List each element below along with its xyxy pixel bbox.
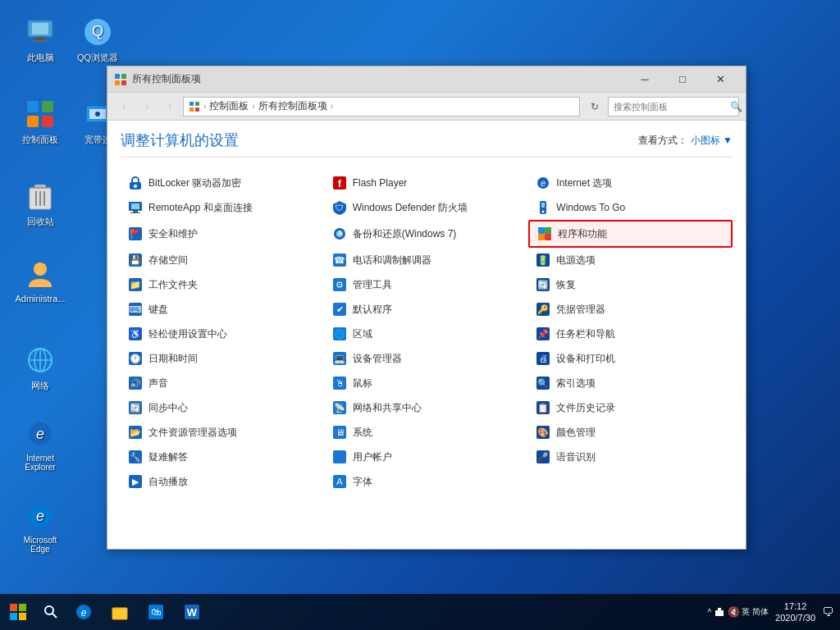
- breadcrumb-all: 所有控制面板项: [258, 99, 327, 113]
- item-label: 用户帐户: [353, 450, 392, 464]
- item-icon: f: [331, 175, 348, 191]
- desktop-icon-administrator[interactable]: Administra...: [11, 254, 69, 307]
- maximize-button[interactable]: □: [664, 66, 701, 93]
- desktop-icon-edge[interactable]: e MicrosoftEdge: [11, 496, 69, 557]
- content-header: 调整计算机的设置 查看方式： 小图标 ▼: [121, 130, 733, 158]
- control-item[interactable]: ☎电话和调制解调器: [325, 248, 529, 272]
- item-label: 语音识别: [556, 450, 596, 464]
- control-item[interactable]: 🚩安全和维护: [121, 220, 325, 248]
- control-item[interactable]: 🔍索引选项: [528, 371, 733, 395]
- control-item[interactable]: Windows To Go: [528, 195, 733, 220]
- item-label: 同步中心: [148, 401, 188, 415]
- tray-lang[interactable]: 英 简体: [742, 606, 769, 618]
- control-item[interactable]: 🕐日期和时间: [121, 346, 325, 371]
- tray-chevron[interactable]: ^: [708, 608, 712, 617]
- control-item[interactable]: 🔋电源选项: [528, 248, 733, 272]
- control-item[interactable]: 📁工作文件夹: [121, 272, 325, 297]
- svg-text:📂: 📂: [130, 427, 141, 438]
- close-button[interactable]: ✕: [701, 66, 739, 93]
- control-item[interactable]: 🛡Windows Defender 防火墙: [325, 195, 529, 220]
- item-icon: 🔑: [535, 301, 551, 317]
- svg-rect-7: [42, 101, 53, 112]
- item-label: Windows Defender 防火墙: [353, 201, 468, 215]
- control-item[interactable]: fFlash Player: [325, 171, 529, 195]
- control-item[interactable]: 🌐区域: [325, 322, 529, 346]
- control-item[interactable]: 🎤语音识别: [528, 445, 733, 469]
- control-item[interactable]: 🖥系统: [325, 420, 529, 445]
- address-bar[interactable]: › 控制面板 › 所有控制面板项 ›: [183, 97, 580, 116]
- search-icon: 🔍: [730, 101, 742, 112]
- control-item[interactable]: BitLocker 驱动器加密: [121, 171, 325, 195]
- desktop-icon-qq-browser[interactable]: Q QQ浏览器: [69, 12, 126, 67]
- control-item[interactable]: ▶自动播放: [121, 469, 325, 494]
- control-item[interactable]: 📌任务栏和导航: [528, 322, 733, 346]
- item-icon: [536, 226, 553, 242]
- desktop-icon-ie[interactable]: e InternetExplorer: [11, 414, 69, 475]
- window-title-text: 所有控制面板项: [132, 72, 626, 86]
- taskbar-clock[interactable]: 17:12 2020/7/30: [775, 600, 815, 624]
- desktop-icon-recycle-bin[interactable]: 回收站: [11, 176, 69, 231]
- control-item[interactable]: ⚙管理工具: [325, 272, 529, 297]
- control-item[interactable]: 🎨颜色管理: [528, 420, 733, 445]
- tray-volume[interactable]: 🔇: [728, 606, 740, 618]
- minimize-button[interactable]: ─: [626, 66, 664, 93]
- forward-button[interactable]: ›: [137, 97, 157, 116]
- svg-point-37: [134, 185, 137, 188]
- item-label: 索引选项: [556, 377, 596, 390]
- desktop-icon-control-panel[interactable]: 控制面板: [11, 94, 69, 149]
- control-item[interactable]: 程序和功能: [528, 220, 733, 248]
- nav-bar: ‹ › ↑ › 控制面板 › 所有控制面板项 › ↻ 🔍: [107, 93, 746, 121]
- svg-text:💾: 💾: [130, 254, 141, 266]
- item-icon: ♿: [127, 326, 144, 342]
- control-item[interactable]: RemoteApp 和桌面连接: [121, 195, 325, 220]
- system-tray: ^ 🔇 英 简体: [708, 605, 769, 619]
- control-item[interactable]: 🔄恢复: [528, 272, 733, 297]
- control-item[interactable]: 🖨设备和打印机: [528, 346, 733, 371]
- up-button[interactable]: ↑: [160, 97, 180, 116]
- svg-text:Q: Q: [92, 23, 103, 39]
- svg-rect-33: [195, 102, 199, 106]
- control-item[interactable]: 📡网络和共享中心: [325, 395, 529, 420]
- empty-cell: [528, 469, 733, 494]
- item-label: Internet 选项: [556, 176, 612, 190]
- control-item[interactable]: A字体: [325, 469, 529, 494]
- search-input[interactable]: [614, 102, 727, 112]
- item-label: 疑难解答: [148, 450, 188, 464]
- svg-line-121: [52, 614, 57, 618]
- control-item[interactable]: 备份和还原(Windows 7): [325, 220, 529, 248]
- tray-network[interactable]: [713, 605, 726, 619]
- control-item[interactable]: 🖱鼠标: [325, 371, 529, 395]
- svg-rect-54: [538, 227, 545, 234]
- control-item[interactable]: eInternet 选项: [528, 171, 733, 195]
- start-button[interactable]: [0, 594, 36, 630]
- svg-rect-119: [19, 613, 26, 620]
- control-item[interactable]: 🔑凭据管理器: [528, 297, 733, 322]
- control-item[interactable]: 💻设备管理器: [325, 346, 529, 371]
- control-item[interactable]: 👤用户帐户: [325, 445, 529, 469]
- taskbar-store[interactable]: 🛍: [138, 594, 174, 630]
- item-label: 系统: [353, 426, 372, 440]
- desktop-icon-this-pc[interactable]: 此电脑: [11, 12, 69, 67]
- control-item[interactable]: 🔧疑难解答: [121, 445, 325, 469]
- back-button[interactable]: ‹: [114, 97, 134, 116]
- view-selector[interactable]: 查看方式： 小图标 ▼: [638, 134, 733, 148]
- control-item[interactable]: 🔊声音: [121, 371, 325, 395]
- taskbar-search[interactable]: [36, 594, 66, 630]
- control-item[interactable]: 🔄同步中心: [121, 395, 325, 420]
- item-label: 存储空间: [148, 253, 188, 267]
- control-item[interactable]: 📂文件资源管理器选项: [121, 420, 325, 445]
- svg-text:e: e: [36, 426, 44, 442]
- notification-button[interactable]: 🗨: [822, 605, 833, 619]
- control-item[interactable]: 📋文件历史记录: [528, 395, 733, 420]
- control-item[interactable]: ✔默认程序: [325, 297, 529, 322]
- control-item[interactable]: 💾存储空间: [121, 248, 325, 272]
- refresh-button[interactable]: ↻: [585, 97, 605, 116]
- control-item[interactable]: ♿轻松使用设置中心: [121, 322, 325, 346]
- taskbar-edge[interactable]: e: [66, 594, 102, 630]
- taskbar-explorer[interactable]: [102, 594, 138, 630]
- item-icon: 💻: [331, 350, 348, 367]
- control-item[interactable]: ⌨键盘: [121, 297, 325, 322]
- view-value[interactable]: 小图标 ▼: [691, 134, 733, 148]
- taskbar-word[interactable]: W: [174, 594, 210, 630]
- desktop-icon-network[interactable]: 网络: [11, 340, 69, 395]
